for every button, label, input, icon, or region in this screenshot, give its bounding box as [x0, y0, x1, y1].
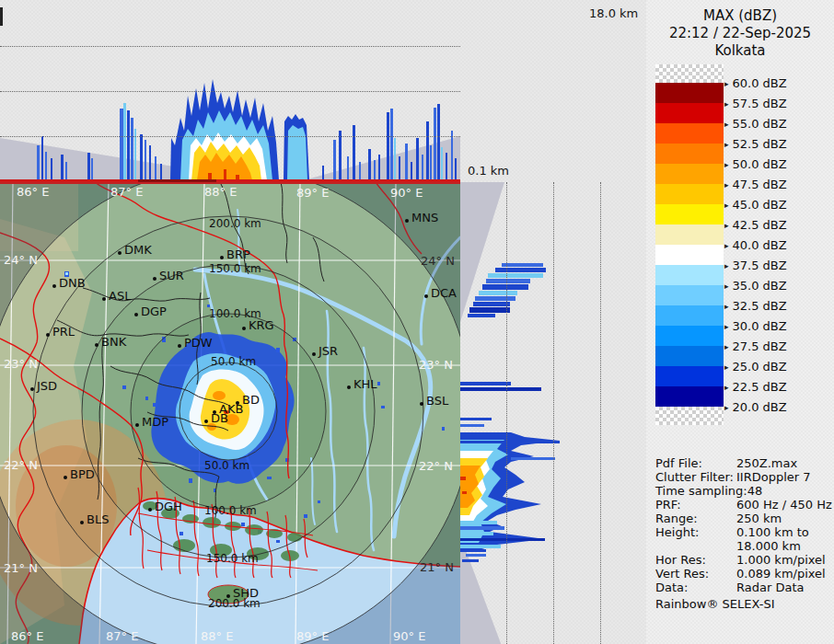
scale-label-text: 35.0 dBZ	[733, 279, 787, 293]
tick-arrow-icon: ▸	[724, 180, 729, 190]
info-label: PRF:	[655, 498, 736, 512]
info-label	[655, 539, 736, 553]
legend-scale-label: ▸32.5 dBZ	[724, 299, 787, 314]
scale-label-text: 32.5 dBZ	[733, 299, 787, 313]
legend-scale-label: ▸55.0 dBZ	[724, 117, 787, 132]
legend-scale-labels: ▸60.0 dBZ▸57.5 dBZ▸55.0 dBZ▸52.5 dBZ▸50.…	[646, 0, 834, 432]
info-row: Hor Res:1.000 km/pixel	[655, 553, 832, 567]
info-row: Range:250 km	[655, 512, 832, 525]
info-label: Height:	[655, 525, 736, 539]
axis-tick-icon	[0, 7, 3, 26]
legend-scale-label: ▸37.5 dBZ	[724, 259, 787, 273]
scale-label-text: 42.5 dBZ	[733, 218, 787, 232]
info-value: 600 Hz / 450 Hz	[736, 498, 832, 512]
tick-arrow-icon: ▸	[724, 322, 729, 331]
info-row: Height:0.100 km to	[655, 525, 832, 539]
legend-scale-label: ▸52.5 dBZ	[724, 137, 787, 152]
height-gridline	[0, 91, 460, 92]
info-row: Clutter Filter:IIRDoppler 7	[655, 470, 832, 484]
height-gridline	[600, 182, 601, 644]
scale-label-text: 22.5 dBZ	[733, 380, 787, 394]
legend-scale-label: ▸22.5 dBZ	[724, 380, 787, 395]
scale-label-text: 55.0 dBZ	[733, 117, 787, 131]
height-axis-min-label: 0.1 km	[468, 164, 509, 178]
scale-label-text: 20.0 dBZ	[733, 400, 787, 414]
info-value: 18.000 km	[736, 539, 801, 553]
info-label: Data:	[655, 581, 736, 594]
sagar-island	[208, 585, 249, 604]
top-cross-section-panel	[0, 0, 460, 182]
info-value: 250Z.max	[736, 456, 797, 470]
legend-scale-label: ▸30.0 dBZ	[724, 319, 787, 334]
info-label: Time sampling:	[655, 484, 747, 498]
tick-arrow-icon: ▸	[724, 99, 729, 109]
info-value: 1.000 km/pixel	[736, 553, 826, 567]
info-row: Vert Res:0.089 km/pixel	[655, 567, 832, 581]
map-top-border	[0, 182, 460, 184]
info-row: PRF:600 Hz / 450 Hz	[655, 498, 832, 512]
info-row: Data:Radar Data	[655, 581, 832, 594]
radar-map-panel	[0, 182, 460, 644]
beam-blockage-wedge	[460, 182, 504, 322]
echo-bars-upper	[460, 263, 546, 427]
info-label: Hor Res:	[655, 553, 736, 567]
radar-application-window: 18.0 km 0.1 km	[0, 0, 834, 644]
tick-arrow-icon: ▸	[724, 221, 729, 230]
tick-arrow-icon: ▸	[724, 140, 729, 149]
tick-arrow-icon: ▸	[724, 383, 729, 392]
tick-arrow-icon: ▸	[724, 362, 729, 372]
info-value: 0.100 km to	[736, 525, 809, 539]
tick-arrow-icon: ▸	[724, 302, 729, 311]
scale-label-text: 40.0 dBZ	[733, 238, 787, 252]
info-value: IIRDoppler 7	[736, 470, 811, 484]
info-label: Vert Res:	[655, 567, 736, 581]
info-row: Pdf File:250Z.max	[655, 456, 832, 470]
scale-label-text: 30.0 dBZ	[733, 319, 787, 333]
height-gridline	[0, 136, 460, 137]
tick-arrow-icon: ▸	[724, 201, 729, 210]
info-value: Radar Data	[736, 581, 804, 594]
radar-map-graphic	[0, 182, 460, 644]
info-rows: Pdf File:250Z.maxClutter Filter:IIRDoppl…	[655, 456, 832, 594]
legend-scale-label: ▸50.0 dBZ	[724, 157, 787, 172]
info-block: Pdf File:250Z.maxClutter Filter:IIRDoppl…	[655, 456, 832, 611]
legend-scale-label: ▸35.0 dBZ	[724, 279, 787, 293]
beam-blockage-wedge	[304, 136, 460, 180]
info-row: 18.000 km	[655, 539, 832, 553]
legend-panel: MAX (dBZ) 22:12 / 22-Sep-2025 Kolkata ▸6…	[646, 0, 834, 644]
info-value: 250 km	[736, 512, 782, 525]
tick-arrow-icon: ▸	[724, 261, 729, 270]
right-cross-section-panel	[460, 182, 646, 644]
tick-arrow-icon: ▸	[724, 79, 729, 88]
scale-label-text: 47.5 dBZ	[733, 178, 787, 191]
info-label: Range:	[655, 512, 736, 525]
scale-label-text: 52.5 dBZ	[733, 137, 787, 151]
tick-arrow-icon: ▸	[724, 120, 729, 129]
tick-arrow-icon: ▸	[724, 241, 729, 250]
tick-arrow-icon: ▸	[724, 282, 729, 291]
tick-arrow-icon: ▸	[724, 403, 729, 412]
info-value: 0.089 km/pixel	[736, 567, 826, 581]
height-gridline	[506, 182, 507, 644]
info-label: Clutter Filter:	[655, 470, 736, 484]
height-gridline	[0, 46, 460, 47]
secondary-echo-cluster	[284, 114, 309, 180]
scale-label-text: 45.0 dBZ	[733, 198, 787, 212]
tick-arrow-icon: ▸	[724, 160, 729, 169]
legend-scale-label: ▸27.5 dBZ	[724, 339, 787, 354]
info-value: 48	[747, 484, 763, 498]
scale-label-text: 37.5 dBZ	[733, 259, 787, 272]
legend-scale-label: ▸60.0 dBZ	[724, 76, 787, 91]
height-gridline	[553, 182, 554, 644]
legend-scale-label: ▸25.0 dBZ	[724, 360, 787, 374]
info-label: Pdf File:	[655, 456, 736, 470]
legend-scale-label: ▸40.0 dBZ	[724, 238, 787, 253]
legend-scale-label: ▸47.5 dBZ	[724, 178, 787, 192]
software-brand: Rainbow® SELEX-SI	[655, 597, 832, 611]
scale-label-text: 60.0 dBZ	[733, 76, 787, 90]
scale-label-text: 27.5 dBZ	[733, 339, 787, 353]
tick-arrow-icon: ▸	[724, 342, 729, 351]
legend-scale-label: ▸45.0 dBZ	[724, 198, 787, 213]
legend-scale-label: ▸57.5 dBZ	[724, 97, 787, 111]
legend-scale-label: ▸20.0 dBZ	[724, 400, 787, 415]
